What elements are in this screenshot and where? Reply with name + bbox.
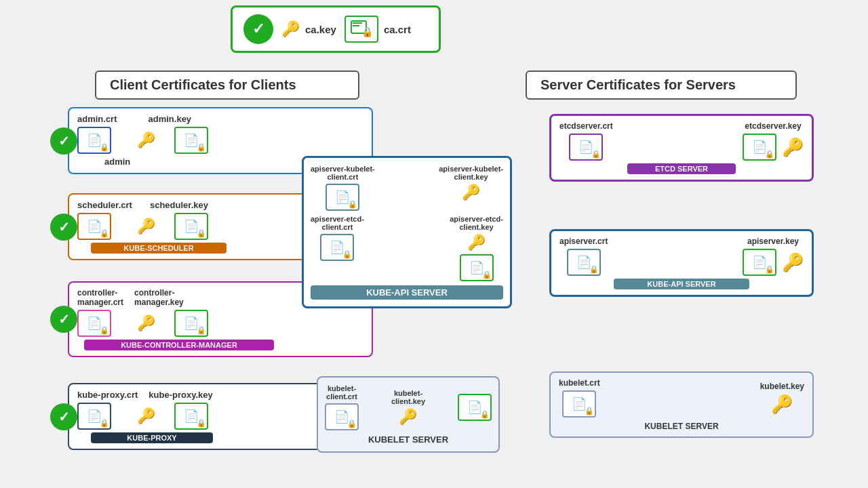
scheduler-crt-label: scheduler.crt	[77, 200, 132, 210]
apiserver-etcd-crt-icon: 📄 🔒	[320, 234, 354, 261]
svg-text:🔒: 🔒	[361, 26, 372, 38]
scheduler-footer: KUBE-SCHEDULER	[91, 243, 226, 253]
ca-key-section: 🔑 ca.key	[281, 20, 336, 38]
apiserver-kubelet-row: apiserver-kubelet-client.crt 📄 🔒 apiserv…	[311, 165, 503, 211]
proxy-crt-label: kube-proxy.crt	[77, 390, 138, 400]
etcd-crt-col: etcdserver.crt 📄 🔒	[559, 121, 613, 161]
controller-cert2-icon: 📄 🔒	[174, 310, 208, 337]
apiserver-right-cert2-icon: 📄 🔒	[743, 249, 776, 276]
ca-key-label: ca.key	[305, 24, 336, 35]
kubelet-right-key-icon: 🔑	[771, 394, 793, 415]
etcd-key-icons: 📄 🔒 🔑	[743, 134, 804, 161]
proxy-footer: KUBE-PROXY	[91, 432, 213, 443]
apiserver-kubelet-key-icon: 🔑	[462, 184, 480, 201]
admin-crt-label: admin.crt	[77, 114, 117, 124]
admin-check-icon: ✓	[50, 127, 77, 155]
ca-crt-icon: 🔒	[344, 16, 378, 43]
apiserver-etcd-cert2-icon: 📄 🔒	[460, 254, 494, 281]
kubelet-right-item: kubelet.crt 📄 🔒 kubelet.key 🔑 KUBELET SE…	[549, 371, 814, 438]
etcd-footer: ETCD SERVER	[627, 163, 736, 174]
kubelet-client-box: kubelet-client.crt 📄 🔒 kubelet-client.ke…	[317, 376, 500, 453]
etcd-key-icon: 🔑	[782, 137, 804, 158]
proxy-crt-icon: 📄 🔒	[77, 403, 111, 430]
kubelet-key-col: kubelet-client.key 🔑	[391, 389, 425, 426]
kubelet-right-crt-col: kubelet.crt 📄 🔒	[559, 378, 600, 418]
kubelet-client-row: kubelet-client.crt 📄 🔒 kubelet-client.ke…	[325, 384, 492, 430]
apiserver-right-key-col: apiserver.key 📄 🔒 🔑	[743, 237, 804, 276]
apiserver-kubelet-crt-label: apiserver-kubelet-client.crt	[311, 165, 375, 181]
apiserver-right-key-label: apiserver.key	[747, 237, 799, 246]
apiserver-etcd-crt-label: apiserver-etcd-client.crt	[311, 215, 364, 231]
proxy-cert2-icon: 📄 🔒	[174, 403, 208, 430]
ca-crt-label: ca.crt	[384, 24, 411, 35]
admin-cert2-icon: 📄 🔒	[174, 127, 208, 154]
controller-crt-icon: 📄 🔒	[77, 310, 111, 337]
proxy-key-label: kube-proxy.key	[149, 390, 212, 400]
controller-icons-row: 📄 🔒 🔑 📄 🔒	[77, 310, 363, 337]
client-section-header: Client Certificates for Clients	[95, 70, 359, 100]
etcd-crt-icon: 📄 🔒	[569, 134, 603, 161]
etcd-row: etcdserver.crt 📄 🔒 etcdserver.key 📄 🔒 🔑	[559, 121, 804, 161]
apiserver-right-crt-icon: 📄 🔒	[567, 249, 601, 276]
kubelet-key-label: kubelet-client.key	[391, 389, 425, 405]
controller-key-label: controller-manager.key	[134, 288, 184, 307]
scheduler-crt-icon: 📄 🔒	[77, 213, 111, 240]
admin-labels-row: admin.crt admin.key	[77, 114, 363, 124]
apiserver-right-crt-label: apiserver.crt	[559, 237, 608, 246]
controller-crt-label: controller-manager.crt	[77, 288, 123, 307]
admin-name-label: admin	[104, 157, 130, 167]
kubelet-right-row: kubelet.crt 📄 🔒 kubelet.key 🔑	[559, 378, 804, 418]
apiserver-footer: KUBE-API SERVER	[311, 285, 503, 300]
apiserver-kubelet-key-col: apiserver-kubelet-client.key 🔑	[439, 165, 503, 211]
apiserver-etcd-row: apiserver-etcd-client.crt 📄 🔒 apiserver-…	[311, 215, 503, 281]
apiserver-kubelet-crt-col: apiserver-kubelet-client.crt 📄 🔒	[311, 165, 375, 211]
apiserver-kubelet-key-label: apiserver-kubelet-client.key	[439, 165, 503, 181]
ca-crt-section: 🔒 ca.crt	[344, 16, 411, 43]
apiserver-right-key-icon: 🔑	[782, 252, 804, 273]
svg-rect-2	[353, 25, 359, 26]
etcd-key-col: etcdserver.key 📄 🔒 🔑	[743, 121, 804, 161]
apiserver-etcd-crt-col: apiserver-etcd-client.crt 📄 🔒	[311, 215, 364, 281]
kubelet-right-key-label: kubelet.key	[760, 382, 804, 391]
proxy-check-icon: ✓	[50, 403, 77, 430]
admin-key-icon: 🔑	[137, 131, 155, 149]
kubelet-right-crt-icon: 📄 🔒	[562, 390, 596, 418]
apiserver-etcd-key-label: apiserver-etcd-client.key	[450, 215, 503, 231]
apiserver-right-footer: KUBE-API SERVER	[614, 279, 749, 289]
apiserver-etcd-key-col: apiserver-etcd-client.key 🔑 📄 🔒	[450, 215, 503, 281]
scheduler-cert2-icon: 📄 🔒	[174, 213, 208, 240]
apiserver-kubelet-crt-icon: 📄 🔒	[326, 184, 359, 211]
diagram-container: ✓ 🔑 ca.key 🔒 ca.crt Client Certificates …	[0, 0, 868, 488]
etcd-cert2-icon: 📄 🔒	[743, 134, 776, 161]
scheduler-key-label: scheduler.key	[150, 200, 208, 210]
ca-check-icon: ✓	[243, 14, 273, 44]
kubelet-client-footer: KUBELET SERVER	[325, 434, 492, 445]
scheduler-key-icon: 🔑	[137, 218, 155, 235]
admin-crt-icon: 📄 🔒	[77, 127, 111, 154]
etcd-key-label: etcdserver.key	[745, 121, 801, 131]
kubelet-key-icon: 🔑	[399, 408, 417, 426]
apiserver-right-row: apiserver.crt 📄 🔒 apiserver.key 📄 🔒 🔑	[559, 237, 804, 276]
kubelet-right-crt-label: kubelet.crt	[559, 378, 600, 388]
controller-check-icon: ✓	[50, 306, 77, 333]
admin-icons-row: 📄 🔒 🔑 📄 🔒	[77, 127, 363, 154]
apiserver-right-crt-col: apiserver.crt 📄 🔒	[559, 237, 608, 276]
apiserver-box: apiserver-kubelet-client.crt 📄 🔒 apiserv…	[302, 156, 512, 308]
apiserver-right-key-icons: 📄 🔒 🔑	[743, 249, 804, 276]
scheduler-check-icon: ✓	[50, 214, 77, 241]
ca-box: ✓ 🔑 ca.key 🔒 ca.crt	[231, 5, 441, 53]
etcd-crt-label: etcdserver.crt	[559, 121, 613, 131]
admin-key-label: admin.key	[149, 114, 192, 124]
controller-key-icon: 🔑	[137, 314, 155, 332]
kubelet-right-footer: KUBELET SERVER	[559, 422, 804, 431]
proxy-key-icon: 🔑	[137, 407, 155, 425]
kubelet-crt-col: kubelet-client.crt 📄 🔒	[325, 384, 359, 430]
server-section-header: Server Certificates for Servers	[526, 70, 797, 100]
kubelet-crt-icon: 📄 🔒	[325, 403, 359, 430]
etcd-server-item: etcdserver.crt 📄 🔒 etcdserver.key 📄 🔒 🔑 …	[549, 114, 814, 182]
ca-key-icon: 🔑	[281, 20, 300, 38]
kubelet-crt-label: kubelet-client.crt	[326, 384, 357, 401]
apiserver-etcd-key-icon: 🔑	[467, 234, 486, 251]
kubelet-cert2-icon: 📄 🔒	[458, 394, 492, 421]
apiserver-right-item: apiserver.crt 📄 🔒 apiserver.key 📄 🔒 🔑 KU…	[549, 229, 814, 297]
